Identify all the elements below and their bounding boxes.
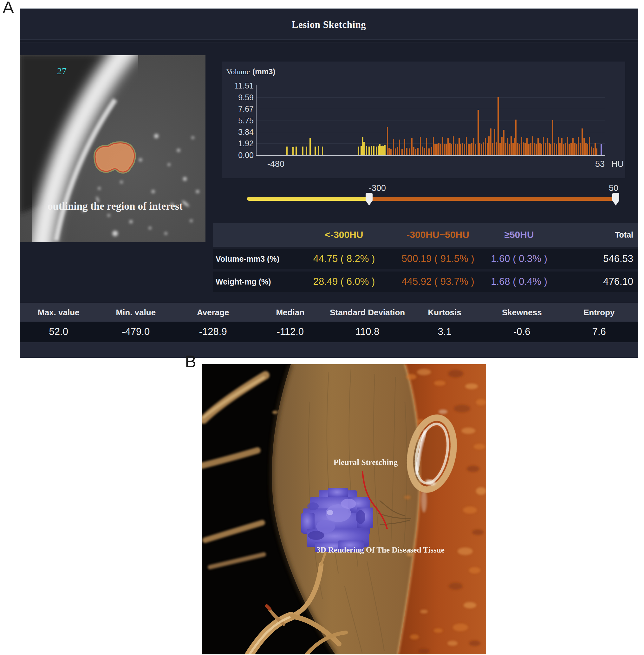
y-axis-labels: 11.519.597.675.753.841.920.00 — [222, 62, 254, 178]
histogram-bar — [490, 129, 491, 155]
histogram-bar — [589, 137, 590, 155]
histogram-bar — [574, 143, 576, 155]
histogram-bar — [406, 148, 408, 155]
histogram-bar — [358, 146, 359, 155]
histogram-bar — [453, 136, 454, 155]
histogram-bar — [459, 138, 460, 155]
histogram-bar — [401, 149, 403, 155]
histogram-bar — [417, 148, 418, 155]
histogram-bar — [479, 143, 480, 155]
histogram-bar — [466, 137, 467, 155]
histogram-bar — [399, 140, 400, 155]
row-label: Volume-mm3 (%) — [215, 254, 279, 264]
histogram-bar — [376, 146, 377, 155]
y-tick-label: 0.00 — [222, 151, 254, 160]
histogram-bar — [501, 137, 503, 155]
volume-above-value: 1.60 ( 0.3% ) — [491, 253, 547, 265]
hu-table-header: <-300HU -300HU~50HU ≥50HU Total — [213, 223, 638, 247]
histogram-bar — [554, 143, 555, 155]
histogram-bar — [471, 143, 473, 155]
histogram-bar — [464, 144, 465, 155]
3d-rendering-image: Pleural Stretching 3D Rendering Of The D… — [202, 364, 486, 654]
panel-b-letter: B — [185, 352, 196, 371]
histogram-bar — [404, 139, 405, 155]
histogram-bar — [460, 144, 461, 155]
y-tick-label: 3.84 — [222, 128, 254, 136]
histogram-bar — [449, 143, 451, 155]
volume-total-value: 546.53 — [603, 253, 633, 265]
3d-rendering-viewport[interactable]: Pleural Stretching 3D Rendering Of The D… — [202, 364, 486, 654]
histogram-bar — [565, 143, 566, 155]
histogram-bar — [572, 138, 574, 155]
slider-track-below-threshold[interactable] — [247, 197, 370, 201]
histogram-bar — [306, 146, 307, 155]
hu-col-total: Total — [615, 230, 633, 240]
histogram-chart-panel: Volume(mm3) 11.519.597.675.753.841.920.0… — [222, 62, 625, 178]
stat-value-entropy: 7.6 — [560, 322, 638, 342]
histogram-bar — [593, 148, 594, 155]
histogram-bar — [422, 146, 423, 155]
y-tick-label: 5.75 — [222, 116, 254, 125]
histogram-bar — [475, 144, 476, 155]
histogram-bar — [519, 144, 520, 155]
weight-above-value: 1.68 ( 0.4% ) — [491, 276, 547, 287]
histogram-bar — [442, 137, 443, 155]
histogram-bar — [525, 143, 526, 155]
histogram-bar — [576, 144, 577, 155]
histogram-bar — [429, 149, 430, 155]
histogram-bar — [580, 143, 581, 155]
histogram-bar — [395, 149, 396, 155]
slider-handle-low[interactable] — [366, 193, 373, 206]
roi-lesion-outline[interactable] — [95, 143, 134, 172]
histogram-bar — [507, 138, 508, 155]
histogram-bar — [521, 137, 522, 155]
lesion-sketching-panel: Lesion Sketching — [20, 8, 638, 358]
histogram-bar — [468, 144, 469, 155]
x-axis-unit: HU — [611, 159, 624, 169]
stat-value-stddev: 110.8 — [329, 322, 406, 342]
ct-slice-viewport[interactable]: 27 outlining the region of interest — [20, 55, 205, 242]
histogram-bar — [440, 144, 441, 155]
histogram-bar — [296, 146, 297, 155]
lesion-3d-voxels[interactable] — [301, 488, 373, 552]
ct-slice-number: 27 — [57, 66, 67, 76]
page: A Lesion Sketching — [0, 0, 644, 655]
stat-value-kurtosis: 3.1 — [406, 322, 484, 342]
histogram-bar — [539, 143, 540, 155]
histogram-bar — [505, 143, 506, 155]
weight-below-value: 28.49 ( 6.0% ) — [313, 276, 375, 287]
histogram-bar — [393, 139, 394, 155]
slider-handle-high[interactable] — [612, 193, 619, 206]
histogram-bar — [483, 142, 484, 155]
histogram-bar — [431, 147, 432, 155]
hu-col-above: ≥50HU — [504, 229, 534, 240]
histogram-bar — [498, 97, 499, 155]
y-tick-label: 11.51 — [222, 81, 254, 90]
histogram-bar — [550, 144, 551, 155]
histogram-bar — [595, 143, 596, 155]
slider-track-mid-range[interactable] — [369, 197, 618, 201]
histogram-bar — [438, 143, 439, 155]
histogram-bar — [415, 149, 416, 155]
histogram-bar — [569, 144, 570, 155]
stat-header-average: Average — [175, 303, 252, 322]
histogram-bar — [457, 144, 458, 155]
histogram-bar — [509, 144, 510, 155]
histogram-bar — [413, 147, 414, 155]
histogram-bar — [481, 144, 482, 155]
histogram-bar — [583, 138, 585, 155]
histogram-bar — [390, 149, 392, 155]
histogram-bar — [384, 145, 386, 155]
histogram-bar — [388, 148, 390, 155]
histogram-bar — [563, 144, 565, 155]
y-tick-label: 1.92 — [222, 139, 254, 148]
stats-header-row: Max. value Min. value Average Median Sta… — [20, 302, 638, 322]
histogram-bar — [581, 129, 583, 155]
histogram-bar — [587, 144, 588, 155]
histogram-bars — [256, 86, 605, 155]
histogram-bar — [462, 143, 463, 155]
volume-mid-value: 500.19 ( 91.5% ) — [401, 253, 474, 265]
histogram-bar — [322, 146, 323, 155]
histogram-bar — [373, 146, 374, 155]
histogram-bar — [409, 149, 410, 155]
